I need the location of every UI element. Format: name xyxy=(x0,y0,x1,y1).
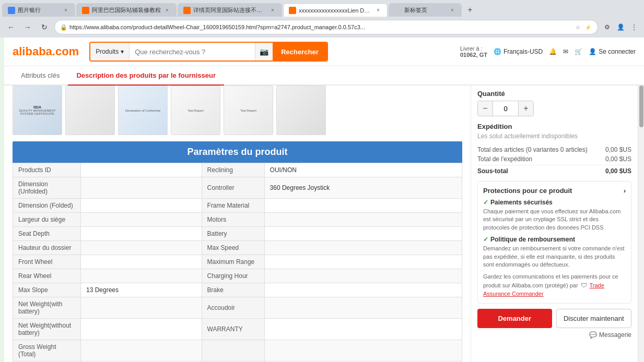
back-button[interactable]: ← xyxy=(4,20,18,34)
param-val: OUI/NON xyxy=(264,163,462,177)
tab-label: 图片银行 xyxy=(18,6,60,14)
param-value xyxy=(81,213,202,227)
signin-button[interactable]: 👤 Se connecter xyxy=(589,48,636,55)
param-key: Battery xyxy=(202,227,264,241)
menu-icon[interactable]: ⋮ xyxy=(628,21,640,33)
param-val xyxy=(264,241,462,255)
cert-image-5[interactable]: Test Report xyxy=(224,86,273,135)
messages[interactable]: ✉ xyxy=(563,48,568,55)
bell-icon: 🔔 xyxy=(549,48,557,55)
cert-image-4[interactable]: Test Report xyxy=(171,86,220,135)
param-label: Rear Wheel xyxy=(13,269,81,283)
cart-icon: 🛒 xyxy=(575,48,582,55)
param-val xyxy=(264,255,462,269)
currency-selector[interactable]: 🌐 Français-USD xyxy=(494,48,543,55)
forward-button[interactable]: → xyxy=(21,20,34,34)
tab-images[interactable]: 图片银行 × xyxy=(2,3,75,17)
tab-label: 新标签页 xyxy=(404,6,446,14)
table-row: Hauteur du dossier Max Speed xyxy=(13,241,462,255)
param-val xyxy=(264,297,462,319)
reload-button[interactable]: ↻ xyxy=(38,20,51,34)
table-row: Seat Depth Battery xyxy=(13,227,462,241)
remboursement-text: Demandez un remboursement si votre comma… xyxy=(483,245,626,269)
demander-button[interactable]: Demander xyxy=(477,309,552,328)
param-value xyxy=(81,255,202,269)
param-label: Largeur du siège xyxy=(13,213,81,227)
shipping-section: Expédition Les solut actuellement indisp… xyxy=(477,123,631,140)
quantity-plus[interactable]: + xyxy=(519,101,533,116)
tab-close[interactable]: × xyxy=(62,7,69,14)
tab-favicon xyxy=(183,7,191,14)
star-icon[interactable]: ☆ xyxy=(573,23,582,31)
total-articles-value: 0,00 $US xyxy=(605,146,631,153)
params-header: Paramètres du produit xyxy=(13,141,462,163)
discuter-button[interactable]: Discuter maintenant xyxy=(556,309,632,328)
tab-active[interactable]: xxxxxxxxxxxxxxxxxLien De... × xyxy=(283,3,388,17)
scrollbar-thumb[interactable] xyxy=(639,86,643,127)
remboursement-title: ✓ Politique de remboursement xyxy=(483,236,626,243)
tab-close[interactable]: × xyxy=(374,7,382,14)
param-value xyxy=(81,297,202,319)
address-bar-row: ← → ↻ 🔒 https://www.alibaba.com/product-… xyxy=(0,17,644,38)
search-input[interactable] xyxy=(130,43,255,61)
param-val xyxy=(264,227,462,241)
param-value xyxy=(81,241,202,255)
address-bar[interactable]: 🔒 https://www.alibaba.com/product-detail… xyxy=(54,20,598,34)
param-key: Maximum Range xyxy=(202,255,264,269)
cart[interactable]: 🛒 xyxy=(575,48,582,55)
chevron-right-icon: › xyxy=(624,187,626,195)
tab-close[interactable]: × xyxy=(163,7,171,14)
tab-ali2[interactable]: 详情页阿里国际站连接不间断... × xyxy=(178,3,282,17)
shield-icon: ✓ xyxy=(483,199,488,206)
quantity-value: 0 xyxy=(493,101,519,116)
param-value xyxy=(81,199,202,213)
paiements-text: Chaque paiement que vous effectuez sur A… xyxy=(483,208,626,232)
search-button[interactable]: Rechercher xyxy=(273,43,327,61)
scrollbar-track[interactable] xyxy=(638,86,644,362)
notifications[interactable]: 🔔 xyxy=(549,48,557,55)
param-key: Charging Hour xyxy=(202,269,264,283)
cert-image-2[interactable] xyxy=(65,86,115,135)
param-key: Reclining xyxy=(202,163,264,177)
total-expedition-label: Total de l'expédition xyxy=(477,155,532,163)
profile-icon[interactable]: 👤 xyxy=(615,21,626,33)
action-buttons: Demander Discuter maintenant xyxy=(477,309,631,328)
param-value xyxy=(81,340,202,361)
table-row: Front Wheel Maximum Range xyxy=(13,255,462,269)
param-label: Dimension (Folded) xyxy=(13,199,81,213)
tab-label: 详情页阿里国际站连接不间断... xyxy=(193,6,266,14)
param-val xyxy=(264,340,462,361)
search-dropdown[interactable]: Produits ▾ xyxy=(90,43,130,61)
messagerie[interactable]: 💬 Messagerie xyxy=(477,331,631,339)
tab-close[interactable]: × xyxy=(449,7,456,14)
sous-total-label: Sous-total xyxy=(477,167,508,175)
tab-attributs[interactable]: Attributs clés xyxy=(13,66,68,86)
cert-image-6[interactable] xyxy=(276,86,326,135)
tab-close[interactable]: × xyxy=(269,7,276,14)
param-val xyxy=(264,199,462,213)
ext-icon[interactable]: ⚡ xyxy=(584,23,592,31)
cert-image-1[interactable]: NDA QUALITY MANAGEMENT SYSTEM CERTIFICAT… xyxy=(13,86,62,135)
globe-icon: 🌐 xyxy=(494,48,501,55)
refund-icon: ✓ xyxy=(483,236,488,243)
quantity-minus[interactable]: − xyxy=(478,101,493,116)
total-articles-row: Total des articles (0 variantes 0 articl… xyxy=(477,146,631,153)
new-tab-button[interactable]: + xyxy=(463,3,477,17)
camera-search-icon[interactable]: 📷 xyxy=(255,43,273,61)
tab-ali1[interactable]: 阿里巴巴国际站辅装修教程 × xyxy=(76,3,177,17)
param-key: Frame Material xyxy=(202,199,264,213)
params-table: Products ID Reclining OUI/NON Dimension … xyxy=(13,163,462,362)
table-row: Gross Weight (Total) xyxy=(13,340,462,361)
tab-description[interactable]: Description des produits par le fourniss… xyxy=(68,66,224,86)
cert-image-3[interactable]: Declaration of Conformity xyxy=(118,86,168,135)
tab-bar: 图片银行 × 阿里巴巴国际站辅装修教程 × 详情页阿里国际站连接不间断... ×… xyxy=(0,0,644,17)
extensions-icon[interactable]: ⚙ xyxy=(601,21,613,33)
param-label: Net Weight(without battery) xyxy=(13,319,81,340)
table-row: Dimension (Folded) Frame Material xyxy=(13,199,462,213)
param-value xyxy=(81,163,202,177)
remboursement-section: ✓ Politique de remboursement Demandez un… xyxy=(483,236,626,269)
tab-new[interactable]: 新标签页 × xyxy=(389,3,462,17)
param-value xyxy=(81,319,202,340)
param-label: Net Weight(with battery) xyxy=(13,297,81,319)
param-label: Seat Depth xyxy=(13,227,81,241)
